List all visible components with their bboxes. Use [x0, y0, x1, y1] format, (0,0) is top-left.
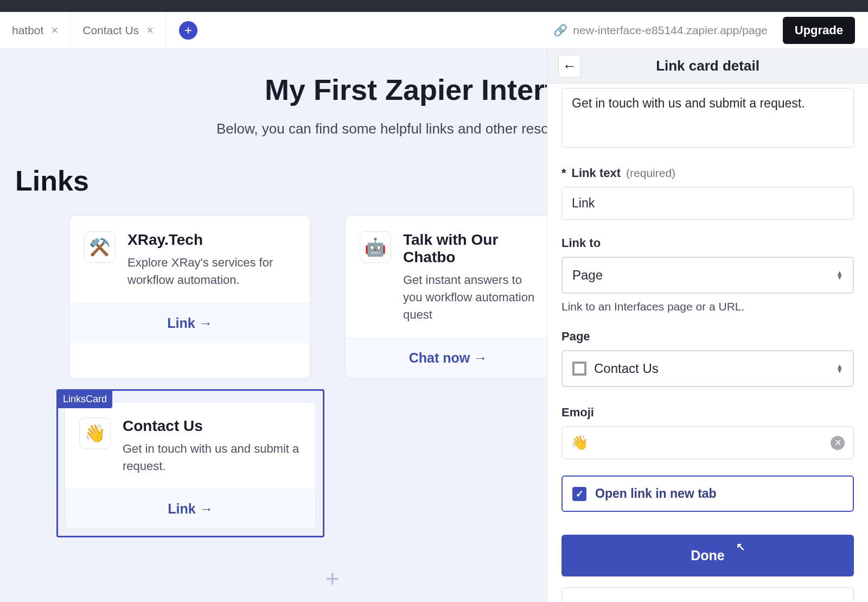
chevron-updown-icon: ▲▼ [836, 271, 843, 280]
card-title: XRay.Tech [127, 231, 296, 249]
add-block-button[interactable]: + [326, 565, 340, 592]
tab-bar: hatbot × Contact Us × + 🔗 new-interface-… [0, 12, 868, 49]
checkbox-checked-icon: ✓ [572, 487, 586, 501]
page-label: Page [561, 329, 854, 344]
robot-icon: 🤖 [360, 231, 391, 263]
panel-header: ← Link card detail [547, 49, 868, 84]
done-button[interactable]: Done ↖ [561, 535, 854, 576]
page-icon [572, 362, 586, 376]
selected-card-frame[interactable]: LinksCard 👋 Contact Us Get in touch with… [56, 389, 324, 538]
card-cta-link[interactable]: Chat now → [346, 338, 551, 378]
link-card-contact-us[interactable]: 👋 Contact Us Get in touch with us and su… [65, 402, 316, 530]
page-url-chip[interactable]: 🔗 new-interface-e85144.zapier.app/page [553, 24, 767, 37]
card-description: Get instant answers to you workflow auto… [403, 271, 537, 324]
panel-title: Link card detail [656, 58, 760, 74]
emoji-label: Emoji [561, 405, 854, 420]
card-description: Get in touch with us and submit a reques… [123, 440, 302, 475]
tab-label: hatbot [12, 24, 43, 37]
link-card-chatbot[interactable]: 🤖 Talk with Our Chatbo Get instant answe… [345, 216, 551, 378]
card-cta-link[interactable]: Link → [70, 303, 310, 343]
page-select[interactable]: Contact Us ▲▼ [561, 350, 854, 387]
remove-button[interactable]: Remove [561, 587, 854, 602]
back-button[interactable]: ← [558, 55, 581, 78]
link-text-input[interactable] [561, 187, 854, 220]
emoji-picker[interactable]: 👋 ✕ [561, 426, 854, 459]
link-card-xray[interactable]: ⚒️ XRay.Tech Explore XRay's services for… [69, 216, 310, 378]
arrow-left-icon: ← [563, 58, 577, 74]
chevron-updown-icon: ▲▼ [836, 364, 843, 373]
tab-label: Contact Us [82, 24, 139, 37]
link-to-label: Link to [561, 236, 854, 250]
cursor-icon: ↖ [736, 540, 745, 553]
app-topbar [0, 0, 868, 12]
close-icon[interactable]: × [51, 23, 58, 37]
card-cta-link[interactable]: Link → [65, 489, 316, 529]
detail-panel: ← Link card detail Get in touch with us … [547, 49, 868, 602]
emoji-value: 👋 [571, 434, 588, 451]
clear-emoji-button[interactable]: ✕ [831, 436, 845, 450]
link-to-value: Page [572, 268, 603, 283]
component-badge: LinksCard [58, 390, 112, 408]
upgrade-button[interactable]: Upgrade [783, 17, 855, 44]
close-icon[interactable]: × [146, 23, 154, 37]
link-to-select[interactable]: Page ▲▼ [561, 257, 854, 294]
add-tab-button[interactable]: + [179, 21, 197, 40]
card-title: Contact Us [123, 417, 302, 435]
link-to-helper: Link to an Interfaces page or a URL. [561, 300, 854, 313]
wave-icon: 👋 [79, 417, 111, 449]
link-text-label: * Link text (required) [561, 166, 854, 180]
tab-hatbot[interactable]: hatbot × [0, 12, 71, 48]
description-textarea[interactable]: Get in touch with us and submit a reques… [561, 88, 854, 148]
page-url-text: new-interface-e85144.zapier.app/page [573, 24, 767, 37]
card-description: Explore XRay's services for workflow aut… [127, 254, 296, 289]
open-new-tab-label: Open link in new tab [595, 486, 717, 501]
open-new-tab-checkbox[interactable]: ✓ Open link in new tab [561, 476, 854, 512]
hammer-icon: ⚒️ [84, 231, 116, 263]
link-icon: 🔗 [553, 24, 567, 37]
card-title: Talk with Our Chatbo [403, 231, 537, 266]
panel-body: Get in touch with us and submit a reques… [547, 84, 868, 602]
tab-contact-us[interactable]: Contact Us × [71, 12, 166, 48]
page-select-value: Contact Us [594, 361, 659, 376]
